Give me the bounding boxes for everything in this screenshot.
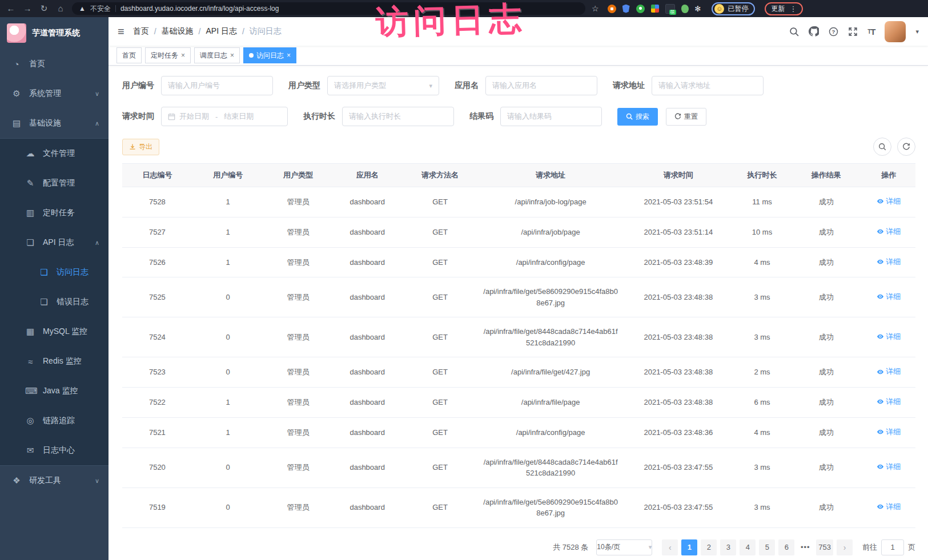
more-pages-icon[interactable]: ••• — [798, 543, 813, 551]
page-button-last[interactable]: 753 — [816, 539, 833, 555]
detail-link[interactable]: 详细 — [877, 256, 901, 268]
export-button[interactable]: 导出 — [122, 139, 159, 155]
refresh-icon — [902, 143, 910, 151]
tab-home[interactable]: 首页 — [116, 47, 142, 63]
page-button-4[interactable]: 4 — [740, 539, 756, 555]
cell-action: 详细 — [862, 317, 915, 357]
search-button[interactable]: 搜索 — [617, 108, 658, 126]
table-row: 75190管理员dashboardGET/api/infra/file/get/… — [122, 488, 915, 527]
sidebar-item-link-tracing[interactable]: ◎ 链路追踪 — [0, 406, 109, 436]
search-icon[interactable] — [789, 27, 799, 37]
forward-icon[interactable]: → — [22, 0, 33, 17]
duration-input[interactable]: 请输入执行时长 — [342, 107, 454, 126]
bookmark-star-icon[interactable]: ☆ — [592, 4, 599, 13]
url-bar[interactable]: ▲ 不安全 dashboard.yudao.iocoder.cn/infra/l… — [72, 2, 585, 15]
detail-link[interactable]: 详细 — [877, 396, 901, 408]
breadcrumb-home[interactable]: 首页 — [133, 26, 149, 37]
extensions-puzzle-icon[interactable]: ✻ — [695, 5, 701, 13]
reload-icon[interactable]: ↻ — [39, 0, 49, 17]
detail-link[interactable]: 详细 — [877, 461, 901, 473]
sidebar-item-system-management[interactable]: ⚙ 系统管理 ∨ — [0, 79, 109, 108]
avatar-caret-icon[interactable]: ▾ — [915, 28, 919, 35]
cell-method: GET — [402, 247, 478, 277]
refresh-table-button[interactable] — [897, 138, 915, 156]
toolbox-icon: ❖ — [11, 476, 22, 486]
extension-icon-grid[interactable] — [651, 5, 659, 13]
detail-link[interactable]: 详细 — [877, 291, 901, 303]
sidebar-item-error-log[interactable]: ❏ 错误日志 — [0, 287, 109, 317]
close-icon[interactable]: × — [181, 51, 185, 59]
detail-link[interactable]: 详细 — [877, 196, 901, 207]
sidebar-item-mysql-monitor[interactable]: ▦ MySQL 监控 — [0, 317, 109, 347]
extension-icon-sprout[interactable] — [681, 5, 689, 13]
home-icon[interactable]: ⌂ — [55, 0, 66, 17]
reset-button[interactable]: 重置 — [666, 108, 706, 126]
sidebar-item-label: 日志中心 — [43, 445, 75, 456]
tab-scheduled-tasks[interactable]: 定时任务 × — [145, 47, 191, 63]
goto-page-input[interactable] — [881, 539, 904, 555]
sidebar-item-config-management[interactable]: ✎ 配置管理 — [0, 168, 109, 198]
font-size-icon[interactable]: TT — [867, 27, 875, 37]
tab-schedule-log[interactable]: 调度日志 × — [194, 47, 240, 63]
detail-link[interactable]: 详细 — [877, 226, 901, 237]
close-icon[interactable]: × — [230, 51, 234, 59]
next-page-button[interactable]: › — [837, 539, 853, 555]
request-url-input[interactable]: 请输入请求地址 — [652, 76, 764, 95]
cell-app: dashboard — [332, 247, 402, 277]
header-user-type: 用户类型 — [264, 164, 333, 187]
tab-access-log[interactable]: 访问日志 × — [243, 47, 296, 63]
detail-link[interactable]: 详细 — [877, 501, 901, 513]
sidebar-item-access-log[interactable]: ❏ 访问日志 — [0, 257, 109, 287]
sidebar-logo[interactable]: 芋道管理系统 — [0, 17, 109, 49]
header-app-name: 应用名 — [332, 164, 402, 187]
user-type-select[interactable]: 请选择用户类型 ▾ — [327, 76, 439, 95]
extension-icon-orange[interactable] — [608, 5, 616, 13]
sidebar-item-infrastructure[interactable]: ▤ 基础设施 ∧ — [0, 108, 109, 138]
browser-menu-icon[interactable]: ⋮ — [789, 5, 797, 13]
page-button-1[interactable]: 1 — [681, 539, 697, 555]
sidebar-item-api-log[interactable]: ❏ API 日志 ∧ — [0, 228, 109, 257]
request-time-range-picker[interactable]: 开始日期 - 结束日期 — [161, 107, 288, 126]
extension-icon-shield[interactable] — [622, 5, 630, 13]
eye-icon — [877, 428, 884, 436]
sidebar-item-scheduled-tasks[interactable]: ▥ 定时任务 — [0, 198, 109, 228]
github-icon[interactable] — [809, 26, 819, 37]
page-button-5[interactable]: 5 — [759, 539, 775, 555]
sidebar-item-dev-tools[interactable]: ❖ 研发工具 ∨ — [0, 466, 109, 495]
cell-time: 2021-05-03 23:47:55 — [623, 448, 734, 488]
detail-link[interactable]: 详细 — [877, 331, 901, 343]
user-id-input[interactable]: 请输入用户编号 — [161, 76, 273, 95]
hamburger-icon[interactable]: ≡ — [118, 25, 124, 38]
app-name-input[interactable]: 请输入应用名 — [485, 76, 597, 95]
extension-icon-dark[interactable]: 萌 — [665, 4, 675, 14]
browser-update-button[interactable]: 更新 ⋮ — [765, 2, 803, 15]
fullscreen-icon[interactable] — [848, 27, 858, 37]
detail-link[interactable]: 详细 — [877, 426, 901, 438]
eye-icon: ◎ — [25, 416, 35, 426]
sidebar-item-java-monitor[interactable]: ⌨ Java 监控 — [0, 376, 109, 406]
breadcrumb-infrastructure[interactable]: 基础设施 — [162, 26, 194, 37]
close-icon[interactable]: × — [287, 51, 291, 59]
cell-id: 7523 — [122, 357, 192, 388]
toggle-search-button[interactable] — [873, 138, 891, 156]
back-icon[interactable]: ← — [6, 0, 16, 17]
page-button-6[interactable]: 6 — [778, 539, 794, 555]
sidebar-item-log-center[interactable]: ✉ 日志中心 — [0, 436, 109, 465]
user-avatar[interactable] — [885, 21, 906, 42]
result-code-input[interactable]: 请输入结果码 — [500, 107, 602, 126]
sidebar-item-redis-monitor[interactable]: ≈ Redis 监控 — [0, 347, 109, 376]
page-size-select[interactable]: 10条/页 ▾ — [596, 539, 652, 555]
breadcrumb-api-log[interactable]: API 日志 — [206, 26, 236, 37]
calendar-icon — [168, 113, 175, 120]
page-button-2[interactable]: 2 — [701, 539, 717, 555]
prev-page-button[interactable]: ‹ — [662, 539, 678, 555]
browser-profile-button[interactable]: ☺ 已暂停 — [712, 2, 755, 15]
page-button-3[interactable]: 3 — [720, 539, 736, 555]
search-icon — [626, 113, 633, 120]
cell-user_type: 管理员 — [264, 388, 333, 418]
sidebar-item-file-management[interactable]: ☁ 文件管理 — [0, 139, 109, 168]
detail-link[interactable]: 详细 — [877, 366, 901, 377]
sidebar-item-home[interactable]: ◔ 首页 — [0, 49, 109, 79]
extension-icon-green[interactable] — [636, 5, 645, 13]
help-icon[interactable]: ? — [829, 27, 838, 37]
